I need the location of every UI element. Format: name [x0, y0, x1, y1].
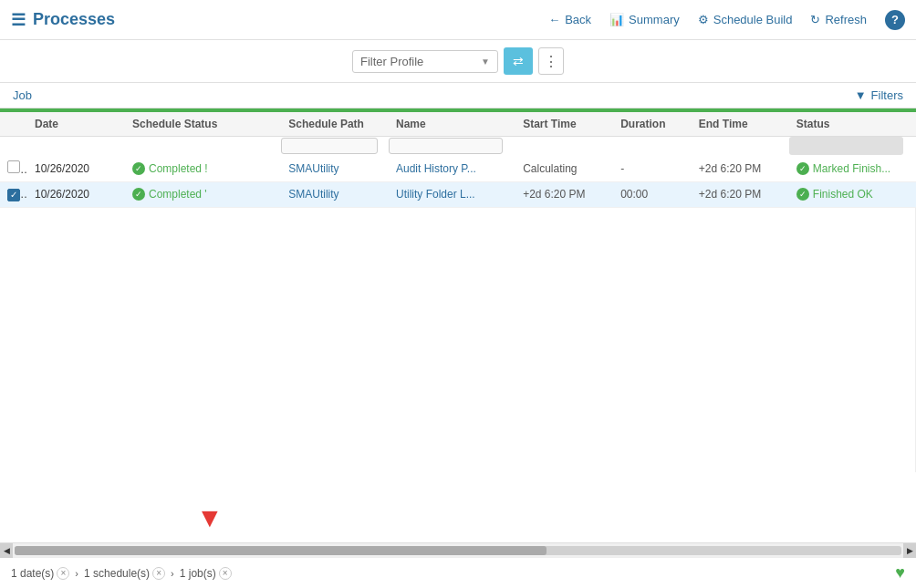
empty-content-area: [0, 208, 916, 472]
more-vertical-icon: ⋮: [544, 53, 558, 70]
scroll-right-button[interactable]: ▶: [903, 543, 916, 558]
summary-button[interactable]: 📊 Summary: [609, 13, 680, 26]
data-table: Date Schedule Status Schedule Path Name …: [0, 112, 916, 208]
help-button[interactable]: ?: [885, 10, 905, 30]
column-header-row: Date Schedule Status Schedule Path Name …: [0, 112, 916, 137]
row2-schedule-status: ✓ Completed ': [125, 182, 281, 208]
row2-start-time: +2d 6:20 PM: [515, 182, 613, 208]
filter-refresh-button[interactable]: ⇄: [504, 47, 533, 75]
filter-profile-label: Filter Profile: [360, 55, 423, 68]
start-time-column-header: Start Time: [515, 112, 613, 137]
date-column-header: Date: [27, 112, 125, 137]
filter-refresh-icon: ⇄: [513, 54, 524, 68]
scroll-thumb[interactable]: [15, 546, 546, 555]
row1-checkbox[interactable]: [0, 155, 27, 182]
table-row[interactable]: ✓ 10/26/2020 ✓ Completed ' SMAUtility Ut…: [0, 182, 916, 208]
table-row[interactable]: 10/26/2020 ✓ Completed ! SMAUtility Audi…: [0, 155, 916, 182]
schedule-path-column-header: Schedule Path: [281, 112, 389, 137]
status-column-header: Status: [789, 112, 916, 137]
row1-date: 10/26/2020: [27, 155, 125, 182]
row1-name: Audit History P...: [389, 155, 515, 182]
row2-schedule-path: SMAUtility: [281, 182, 389, 208]
schedule-status-column-header: Schedule Status: [125, 112, 281, 137]
row2-checkbox[interactable]: ✓: [0, 182, 27, 208]
app-title-text: Processes: [33, 10, 115, 29]
row1-status: ✓ Marked Finish...: [789, 155, 916, 182]
scroll-left-button[interactable]: ◀: [0, 543, 13, 558]
filter-chips-bar: 1 date(s) × › 1 schedule(s) × › 1 job(s)…: [0, 557, 916, 588]
schedule-path-filter-input[interactable]: [281, 138, 378, 154]
row2-date: 10/26/2020: [27, 182, 125, 208]
row2-status: ✓ Finished OK: [789, 182, 916, 208]
filter-profile-select[interactable]: Filter Profile ▼: [352, 50, 498, 73]
status-marked-icon: ✓: [796, 162, 809, 175]
filter-bar: Filter Profile ▼ ⇄ ⋮: [0, 40, 916, 83]
checkbox-unchecked[interactable]: [7, 160, 20, 173]
date-chip-text: 1 date(s): [11, 567, 54, 580]
job-chip: 1 job(s) ×: [180, 567, 232, 580]
row1-start-time: Calculating: [515, 155, 613, 182]
filters-button[interactable]: ▼ Filters: [855, 88, 903, 102]
chevron-down-icon: ▼: [481, 57, 490, 67]
bottom-area: ◀ ▶ 1 date(s) × › 1 schedule(s) × › 1 jo…: [0, 542, 916, 588]
horizontal-scrollbar[interactable]: ◀ ▶: [0, 542, 916, 557]
checkbox-checked[interactable]: ✓: [7, 189, 20, 201]
back-arrow-icon: ←: [548, 13, 560, 26]
name-column-header: Name: [389, 112, 515, 137]
filter-input-row: [0, 137, 916, 156]
schedule-chip-text: 1 schedule(s): [84, 567, 150, 580]
schedule-chip: 1 schedule(s) ×: [84, 567, 165, 580]
date-chip-remove-button[interactable]: ×: [57, 567, 69, 580]
checkbox-column-header: [0, 112, 27, 137]
heartbeat-icon: ♥: [895, 563, 905, 583]
job-header-bar: Job ▼ Filters: [0, 83, 916, 108]
refresh-icon: ↻: [810, 13, 820, 26]
status-completed-icon: ✓: [132, 162, 145, 175]
row2-duration: 00:00: [613, 182, 692, 208]
red-down-arrow-icon: ▼: [196, 504, 224, 531]
refresh-button[interactable]: ↻ Refresh: [810, 13, 867, 26]
row1-schedule-path: SMAUtility: [281, 155, 389, 182]
hamburger-icon[interactable]: ☰: [11, 10, 26, 30]
row2-end-time: +2d 6:20 PM: [692, 182, 789, 208]
row2-name: Utility Folder L...: [389, 182, 515, 208]
job-chip-remove-button[interactable]: ×: [219, 567, 232, 580]
schedule-chip-remove-button[interactable]: ×: [152, 567, 165, 580]
duration-column-header: Duration: [613, 112, 692, 137]
filter-more-button[interactable]: ⋮: [538, 47, 564, 75]
nav-actions: ← Back 📊 Summary ⚙ Schedule Build ↻ Refr…: [548, 10, 905, 30]
status-completed-icon2: ✓: [132, 188, 145, 201]
job-label: Job: [13, 88, 32, 102]
name-filter-input[interactable]: [389, 138, 503, 154]
app-title: ☰ Processes: [11, 10, 115, 30]
chip-arrow-1: ›: [75, 568, 78, 579]
status-finished-icon: ✓: [796, 188, 809, 201]
chip-arrow-2: ›: [171, 568, 174, 579]
date-chip: 1 date(s) ×: [11, 567, 69, 580]
back-button[interactable]: ← Back: [548, 13, 591, 26]
schedule-build-gear-icon: ⚙: [698, 13, 709, 26]
job-chip-text: 1 job(s): [180, 567, 216, 580]
end-time-column-header: End Time: [692, 112, 789, 137]
filter-funnel-icon: ▼: [855, 88, 867, 102]
row1-end-time: +2d 6:20 PM: [692, 155, 789, 182]
scroll-track[interactable]: [15, 546, 901, 555]
row1-duration: -: [613, 155, 692, 182]
top-nav: ☰ Processes ← Back 📊 Summary ⚙ Schedule …: [0, 0, 916, 40]
schedule-build-button[interactable]: ⚙ Schedule Build: [698, 13, 793, 26]
summary-chart-icon: 📊: [609, 13, 624, 26]
table-container: Date Schedule Status Schedule Path Name …: [0, 108, 916, 208]
row1-schedule-status: ✓ Completed !: [125, 155, 281, 182]
red-arrow-indicator: ▼: [196, 504, 224, 531]
